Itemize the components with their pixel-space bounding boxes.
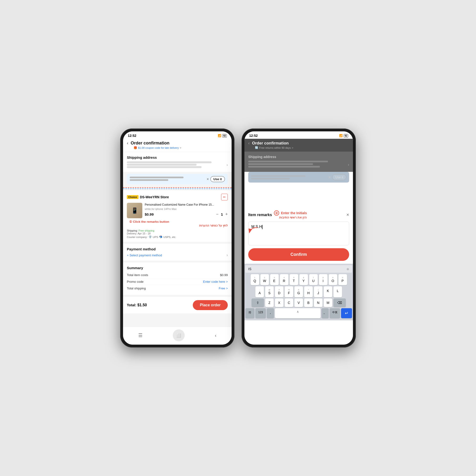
coupon-subtitle-left[interactable]: $1.00 coupon code for late delivery (138, 146, 179, 149)
key-comma[interactable]: ， (267, 308, 274, 318)
shipping-label: Shipping: (127, 229, 138, 232)
edit-remarks-button[interactable]: ✏ (221, 194, 228, 200)
key-F[interactable]: %F (285, 286, 293, 297)
home-button-left[interactable]: ⬜ (173, 329, 185, 341)
qty-decrease[interactable]: − (216, 212, 219, 217)
remarks-textarea[interactable]: M.S.H (248, 221, 349, 245)
product-row: 📱 Personalised Customized Name Case For … (127, 203, 228, 218)
shipping-section-left: Shipping address › (123, 152, 232, 172)
scroll-area-left: Shipping address › (123, 152, 232, 327)
product-name: Personalised Customized Name Case For iP… (145, 203, 228, 207)
key-W[interactable]: 2W (260, 274, 269, 285)
confirm-button[interactable]: Confirm (248, 248, 349, 261)
status-time-right: 12:52 (249, 134, 258, 137)
qty-value: 1 (221, 212, 223, 216)
select-payment-link[interactable]: + Select payment method (127, 254, 162, 257)
keyboard-suggestion: IS (248, 267, 251, 271)
courier-info: Courier company: 🛡️ UPS 📬 USPS, etc. (127, 235, 228, 238)
key-D[interactable]: #D (275, 286, 284, 297)
key-O[interactable]: 9O (329, 274, 337, 285)
key-period[interactable]: 。 (322, 308, 329, 318)
key-L[interactable]: L (333, 286, 342, 297)
modal-close-button[interactable]: × (346, 212, 349, 218)
keyboard-row-2: -A @S #D %F &G *H (J K L (245, 286, 352, 297)
place-order-button[interactable]: Place order (193, 300, 228, 310)
payment-chevron[interactable]: › (227, 253, 228, 257)
key-B[interactable]: B (304, 298, 313, 307)
address-chevron[interactable]: › (227, 163, 228, 167)
key-Q[interactable]: 1Q (251, 274, 259, 285)
key-E[interactable]: 3E (270, 274, 279, 285)
keyboard: IS ⊗ 1Q 2W 3E 4R 5T 6Y 7U 8I 9O 0P (244, 264, 353, 320)
phone-left: 12:52 📶 92 ‹ Order confirmation 🎁 $1.00 … (120, 129, 235, 347)
key-X[interactable]: X (275, 298, 284, 307)
header-left: ‹ Order confirmation 🎁 $1.00 coupon code… (123, 139, 232, 152)
space-key[interactable]: A (275, 308, 321, 318)
return-subtitle-right: Free returns within 90 days (259, 146, 291, 149)
choice-badge: Choice (127, 195, 138, 199)
key-V[interactable]: V (294, 298, 303, 307)
return-key[interactable]: ↵ (341, 308, 352, 318)
coupon-banner-left: × Use it (127, 174, 228, 185)
product-price: $0.99 (145, 212, 154, 216)
coupon-close-left[interactable]: × (206, 177, 209, 181)
shipping-value: Free shipping (138, 229, 154, 232)
summary-section: Summary Total item costs $0.99 Promo cod… (123, 262, 232, 295)
key-N[interactable]: N (314, 298, 323, 307)
shipping-info: Shipping: Free shipping (127, 229, 228, 232)
payment-title: Payment method (127, 247, 228, 251)
qty-increase[interactable]: + (225, 212, 228, 217)
key-chinese[interactable]: 中英 (330, 308, 340, 318)
total-amount: $1.50 (137, 303, 147, 307)
dashed-divider-blue (123, 188, 232, 189)
modal-title: Item remarks (248, 213, 272, 217)
annotation-step-1: ① (129, 220, 132, 223)
delete-key[interactable]: ⌫ (333, 298, 346, 307)
store-section-left: Choice DS-WeeYRN Store ✏ 📱 Personalised … (123, 190, 232, 242)
delivery-info: Delivery: Apr 15 - 18 (127, 232, 228, 235)
keyboard-suggestion-row: IS ⊗ (245, 265, 352, 273)
use-it-button-left[interactable]: Use it (210, 176, 225, 182)
battery-left: 92 (222, 134, 227, 137)
shift-key[interactable]: ⇧ (252, 298, 264, 307)
key-P[interactable]: 0P (339, 274, 347, 285)
back-button-right[interactable]: ‹ (248, 141, 250, 146)
key-J[interactable]: (J (314, 286, 323, 297)
key-fu[interactable]: 符 (245, 308, 255, 318)
item-remarks-modal: Item remarks ② Enter the Initials הזן את… (244, 206, 353, 345)
shipping-title-right: Shipping address (248, 155, 349, 159)
key-M[interactable]: M (324, 298, 332, 307)
key-T[interactable]: 5T (290, 274, 298, 285)
key-I[interactable]: 8I (319, 274, 327, 285)
phone-right: 12:52 📶 92 ‹ Order confirmation 🔄 Free r… (241, 129, 356, 347)
product-image: 📱 (127, 203, 142, 218)
annotation-1: ① Click the remarks button לחץ על כפתור … (127, 220, 228, 227)
back-button-left[interactable]: ‹ (127, 141, 128, 146)
key-123[interactable]: 123 (255, 308, 266, 318)
back-nav-icon[interactable]: ‹ (215, 333, 217, 338)
dimmed-shipping-right: Shipping address › (244, 152, 353, 172)
annotation-hebrew-2: הזן את ראשי התיבות (274, 216, 307, 219)
key-S[interactable]: @S (265, 286, 274, 297)
status-bar-right: 12:52 📶 92 (244, 131, 353, 139)
key-K[interactable]: K (324, 286, 332, 297)
annotation-text-2: Enter the Initials (281, 211, 307, 215)
key-Z[interactable]: Z (265, 298, 274, 307)
hamburger-icon[interactable]: ☰ (138, 333, 143, 338)
use-it-button-right[interactable]: Use it (332, 174, 346, 180)
annotation-text-1: Click the remarks button (132, 220, 169, 223)
key-R[interactable]: 4R (280, 274, 289, 285)
total-label: Total: (127, 303, 136, 307)
key-H[interactable]: *H (304, 286, 313, 297)
text-cursor (262, 225, 262, 229)
shipping-title-left: Shipping address (127, 155, 228, 159)
annotation-badge-2: ② (274, 210, 279, 216)
key-Y[interactable]: 6Y (299, 274, 308, 285)
key-A[interactable]: -A (255, 286, 264, 297)
page-title-right: Order confirmation (252, 141, 289, 146)
keyboard-row-3: ⇧ Z X C V B N M ⌫ (245, 298, 352, 307)
key-U[interactable]: 7U (309, 274, 318, 285)
key-C[interactable]: C (285, 298, 293, 307)
key-G[interactable]: &G (294, 286, 303, 297)
product-variant: white,for iphone 14Pro Max (145, 207, 228, 210)
